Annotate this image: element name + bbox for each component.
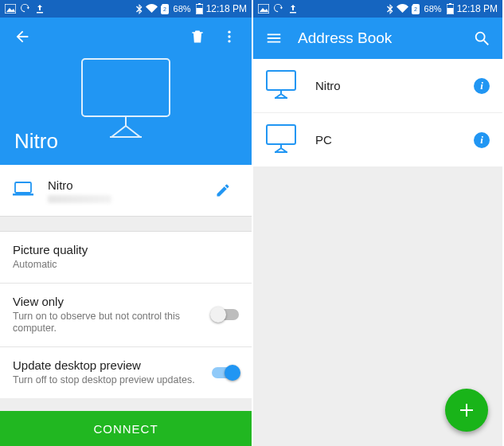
device-title: Nitro (14, 129, 58, 154)
device-name-row: Nitro (0, 165, 252, 216)
monitor-icon (264, 69, 298, 103)
delete-button[interactable] (182, 21, 213, 53)
svg-rect-5 (196, 8, 202, 14)
device-name-label: Nitro (48, 178, 207, 192)
battery-icon (447, 3, 454, 14)
monitor-illustration (74, 56, 178, 143)
connect-label: CONNECT (93, 422, 158, 436)
bluetooth-icon (136, 4, 143, 14)
wifi-icon (397, 4, 408, 14)
svg-point-6 (228, 31, 230, 33)
svg-text:2: 2 (414, 6, 417, 12)
sync-icon (21, 4, 30, 14)
svg-marker-17 (260, 8, 268, 12)
svg-point-22 (476, 33, 485, 41)
edit-button[interactable] (207, 174, 239, 206)
picture-quality-title: Picture quality (13, 243, 231, 256)
status-bar: 2 68% 12:18 PM (0, 0, 252, 18)
svg-text:2: 2 (163, 6, 166, 12)
status-bar: 2 68% 12:18 PM (253, 0, 502, 18)
update-preview-title: Update desktop preview (13, 358, 204, 372)
setting-view-only: View only Turn on to observe but not con… (0, 284, 252, 347)
sim-icon: 2 (412, 4, 420, 14)
svg-line-12 (111, 126, 126, 137)
battery-percent: 68% (174, 4, 191, 14)
list-item[interactable]: Nitro i (253, 59, 502, 113)
bluetooth-icon (387, 4, 393, 14)
add-fab[interactable] (445, 389, 488, 432)
search-button[interactable] (466, 22, 498, 54)
view-only-title: View only (13, 295, 204, 308)
sim-icon: 2 (161, 4, 169, 14)
picture-icon (258, 4, 269, 14)
menu-button[interactable] (258, 22, 290, 54)
appbar-title: Address Book (298, 29, 466, 47)
upload-icon (35, 4, 45, 14)
battery-percent: 68% (424, 4, 442, 14)
info-button[interactable]: i (474, 132, 490, 148)
sync-icon (274, 4, 283, 14)
list-item-label: Nitro (315, 79, 474, 92)
setting-picture-quality[interactable]: Picture quality Automatic (0, 232, 252, 284)
setting-update-preview: Update desktop preview Turn off to stop … (0, 347, 252, 398)
wifi-icon (146, 4, 158, 14)
list-item-label: PC (315, 133, 474, 147)
svg-rect-21 (447, 8, 453, 14)
connect-button[interactable]: CONNECT (0, 411, 252, 446)
device-address-redacted (48, 195, 111, 203)
svg-point-7 (228, 35, 230, 37)
address-book-screen: 2 68% 12:18 PM Address Book Nitro i (253, 0, 502, 446)
list-item[interactable]: PC i (253, 113, 502, 167)
svg-point-8 (228, 40, 230, 42)
picture-quality-value: Automatic (13, 259, 231, 272)
overflow-menu-button[interactable] (213, 21, 245, 53)
app-bar: Address Book (253, 18, 502, 59)
laptop-icon (13, 181, 33, 200)
update-preview-sub: Turn off to stop desktop preview updates… (13, 374, 204, 387)
picture-icon (5, 4, 16, 14)
battery-icon (196, 3, 203, 14)
monitor-icon (264, 123, 298, 157)
back-button[interactable] (6, 21, 38, 53)
svg-marker-1 (6, 8, 15, 12)
svg-rect-14 (15, 182, 31, 193)
device-hero: Nitro (0, 18, 252, 165)
clock-text: 12:18 PM (206, 3, 247, 14)
device-list: Nitro i PC i (253, 59, 502, 167)
clock-text: 12:18 PM (457, 3, 498, 14)
svg-rect-24 (267, 71, 295, 90)
svg-rect-29 (267, 125, 295, 144)
svg-rect-15 (13, 194, 33, 196)
info-button[interactable]: i (474, 78, 490, 94)
svg-line-23 (484, 41, 489, 45)
svg-rect-20 (449, 3, 451, 5)
svg-line-13 (126, 126, 140, 137)
view-only-sub: Turn on to observe but not control this … (13, 311, 204, 335)
view-only-toggle[interactable] (212, 309, 239, 320)
svg-rect-4 (198, 3, 201, 5)
upload-icon (288, 4, 298, 14)
update-preview-toggle[interactable] (212, 367, 239, 378)
device-detail-screen: 2 68% 12:18 PM (0, 0, 253, 446)
svg-rect-9 (82, 59, 170, 116)
